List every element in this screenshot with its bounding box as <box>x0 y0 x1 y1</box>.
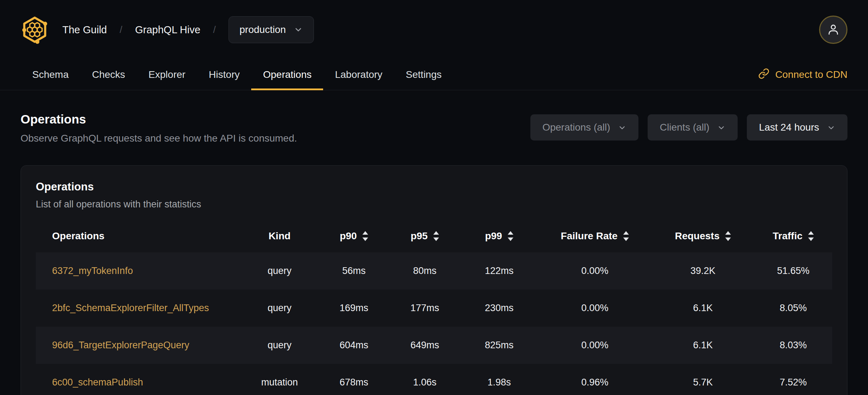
failure-rate-cell: 0.96% <box>538 377 652 388</box>
operation-link[interactable]: 6c00_schemaPublish <box>52 377 143 388</box>
kind-cell: query <box>241 265 319 276</box>
connect-to-cdn-label: Connect to CDN <box>775 69 847 80</box>
traffic-cell: 7.52% <box>754 377 832 388</box>
operations-table: Operations Kind p90 p95 p99 Failure Rate <box>36 220 832 395</box>
tab-history[interactable]: History <box>197 59 251 90</box>
link-icon <box>758 68 770 82</box>
operations-filter-dropdown[interactable]: Operations (all) <box>530 114 638 141</box>
breadcrumb: The Guild / GraphQL Hive / production <box>62 16 314 43</box>
tab-operations[interactable]: Operations <box>251 59 323 90</box>
operation-link[interactable]: 96d6_TargetExplorerPageQuery <box>52 340 189 350</box>
p90-cell: 678ms <box>319 377 389 388</box>
card-title: Operations <box>36 181 832 193</box>
failure-rate-cell: 0.00% <box>538 303 652 314</box>
column-header-p95[interactable]: p95 <box>389 230 460 242</box>
page-head: Operations Observe GraphQL requests and … <box>0 90 868 144</box>
sort-arrows-icon[interactable] <box>623 231 629 241</box>
column-header-p99[interactable]: p99 <box>460 230 538 242</box>
hive-logo-icon[interactable] <box>21 16 49 44</box>
column-header-failure-rate[interactable]: Failure Rate <box>538 230 652 242</box>
traffic-cell: 51.65% <box>754 265 832 276</box>
sort-arrows-icon[interactable] <box>508 231 513 241</box>
app-header: The Guild / GraphQL Hive / production <box>0 0 868 59</box>
chevron-down-icon <box>618 123 626 132</box>
table-header-row: Operations Kind p90 p95 p99 Failure Rate <box>36 220 832 252</box>
period-filter-dropdown[interactable]: Last 24 hours <box>747 114 847 141</box>
requests-cell: 6.1K <box>652 340 754 351</box>
tab-settings[interactable]: Settings <box>394 59 453 90</box>
tab-laboratory[interactable]: Laboratory <box>323 59 394 90</box>
page-title-block: Operations Observe GraphQL requests and … <box>21 112 297 144</box>
column-header-operations: Operations <box>36 230 241 242</box>
traffic-cell: 8.03% <box>754 340 832 351</box>
operation-link[interactable]: 2bfc_SchemaExplorerFilter_AllTypes <box>52 303 209 313</box>
page-title: Operations <box>21 112 297 126</box>
main-nav: Schema Checks Explorer History Operation… <box>0 59 868 90</box>
table-row: 6c00_schemaPublish mutation 678ms 1.06s … <box>36 364 832 395</box>
chevron-down-icon <box>717 123 726 132</box>
p95-cell: 80ms <box>389 265 460 276</box>
operations-filter-label: Operations (all) <box>542 122 610 133</box>
breadcrumb-separator: / <box>120 24 123 35</box>
requests-cell: 5.7K <box>652 377 754 388</box>
table-row: 96d6_TargetExplorerPageQuery query 604ms… <box>36 327 832 364</box>
tab-schema[interactable]: Schema <box>21 59 80 90</box>
table-row: 6372_myTokenInfo query 56ms 80ms 122ms 0… <box>36 252 832 290</box>
column-header-requests[interactable]: Requests <box>652 230 754 242</box>
card-subtitle: List of all operations with their statis… <box>36 199 832 210</box>
breadcrumb-org[interactable]: The Guild <box>62 24 107 36</box>
requests-cell: 6.1K <box>652 303 754 314</box>
breadcrumb-separator: / <box>213 24 216 35</box>
clients-filter-label: Clients (all) <box>660 122 709 133</box>
traffic-cell: 8.05% <box>754 303 832 314</box>
column-header-traffic[interactable]: Traffic <box>754 230 832 242</box>
chevron-down-icon <box>827 123 835 132</box>
p99-cell: 825ms <box>460 340 538 351</box>
chevron-down-icon <box>294 25 303 34</box>
tab-checks[interactable]: Checks <box>80 59 137 90</box>
clients-filter-dropdown[interactable]: Clients (all) <box>648 114 738 141</box>
sort-arrows-icon[interactable] <box>433 231 439 241</box>
p95-cell: 649ms <box>389 340 460 351</box>
sort-arrows-icon[interactable] <box>362 231 368 241</box>
p90-cell: 169ms <box>319 303 389 314</box>
operation-link[interactable]: 6372_myTokenInfo <box>52 265 133 276</box>
p99-cell: 122ms <box>460 265 538 276</box>
failure-rate-cell: 0.00% <box>538 265 652 276</box>
column-header-p90[interactable]: p90 <box>319 230 389 242</box>
operations-card: Operations List of all operations with t… <box>21 165 847 395</box>
period-filter-label: Last 24 hours <box>759 122 819 133</box>
tab-explorer[interactable]: Explorer <box>137 59 197 90</box>
sort-arrows-icon[interactable] <box>725 231 731 241</box>
kind-cell: query <box>241 303 319 314</box>
connect-to-cdn-link[interactable]: Connect to CDN <box>758 59 847 90</box>
p95-cell: 177ms <box>389 303 460 314</box>
p99-cell: 230ms <box>460 303 538 314</box>
breadcrumb-project[interactable]: GraphQL Hive <box>135 24 200 36</box>
p99-cell: 1.98s <box>460 377 538 388</box>
user-icon <box>827 23 840 37</box>
p90-cell: 56ms <box>319 265 389 276</box>
p90-cell: 604ms <box>319 340 389 351</box>
target-selector-value: production <box>239 24 286 35</box>
kind-cell: query <box>241 340 319 351</box>
kind-cell: mutation <box>241 377 319 388</box>
column-header-kind: Kind <box>241 230 319 242</box>
page-subtitle: Observe GraphQL requests and see how the… <box>21 133 297 144</box>
p95-cell: 1.06s <box>389 377 460 388</box>
table-row: 2bfc_SchemaExplorerFilter_AllTypes query… <box>36 290 832 327</box>
user-avatar-button[interactable] <box>819 16 847 44</box>
filters-bar: Operations (all) Clients (all) Last 24 h… <box>530 114 847 141</box>
requests-cell: 39.2K <box>652 265 754 276</box>
target-selector-dropdown[interactable]: production <box>229 16 314 43</box>
sort-arrows-icon[interactable] <box>808 231 814 241</box>
failure-rate-cell: 0.00% <box>538 340 652 351</box>
